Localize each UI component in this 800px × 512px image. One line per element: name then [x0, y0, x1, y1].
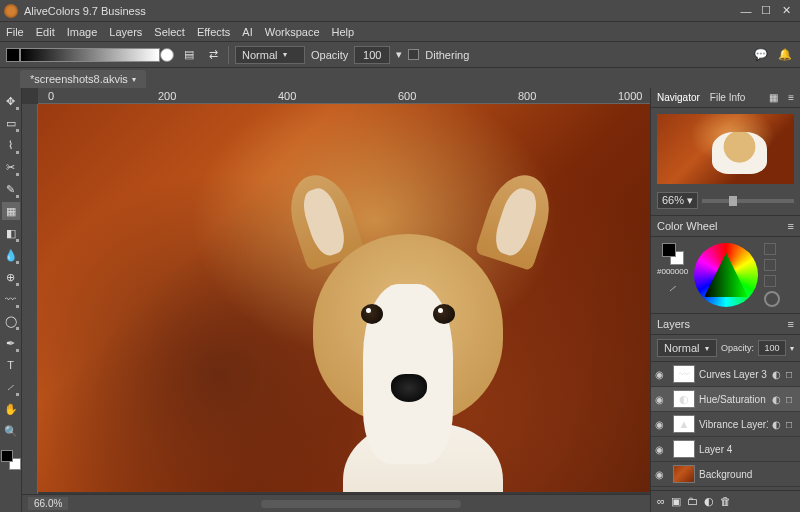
maximize-button[interactable]: ☐: [756, 4, 776, 17]
new-folder-icon[interactable]: 🗀: [687, 495, 698, 508]
move-tool[interactable]: ✥: [2, 92, 20, 110]
layer-visibility-icon[interactable]: [655, 393, 669, 405]
layer-visibility-icon[interactable]: [655, 418, 669, 430]
layer-visibility-icon[interactable]: [655, 443, 669, 455]
navigator-zoom-value[interactable]: 66% ▾: [657, 192, 698, 209]
layer-row[interactable]: ◐Hue/Saturation Layer2◐□: [651, 387, 800, 412]
panel-menu-icon[interactable]: ≡: [788, 318, 794, 330]
panel-menu-icon[interactable]: ≡: [788, 220, 794, 232]
gradient-linear-icon[interactable]: ▤: [180, 46, 198, 64]
chevron-down-icon[interactable]: ▾: [790, 344, 794, 353]
menu-ai[interactable]: AI: [242, 26, 252, 38]
add-mask-icon[interactable]: ◐: [704, 495, 714, 508]
menu-image[interactable]: Image: [67, 26, 98, 38]
menu-file[interactable]: File: [6, 26, 24, 38]
ruler-mark: 600: [398, 90, 416, 102]
menu-edit[interactable]: Edit: [36, 26, 55, 38]
layer-row[interactable]: ▲Vibrance Layer1◐□: [651, 412, 800, 437]
color-wheel[interactable]: [694, 243, 758, 307]
document-tab[interactable]: *screenshots8.akvis ▾: [20, 70, 146, 88]
navigator-zoom-slider[interactable]: [702, 199, 794, 203]
harmony-option-icon[interactable]: [764, 259, 776, 271]
layer-row[interactable]: Background: [651, 462, 800, 487]
blend-mode-dropdown[interactable]: Normal ▾: [235, 46, 305, 64]
eyedropper-tool[interactable]: ⟋: [2, 378, 20, 396]
hand-tool[interactable]: ✋: [2, 400, 20, 418]
color-picker-swatches[interactable]: [1, 450, 21, 470]
swatch-black[interactable]: [6, 48, 20, 62]
gradient-preview[interactable]: [20, 48, 160, 62]
ruler-mark: 200: [158, 90, 176, 102]
canvas[interactable]: [38, 104, 650, 492]
menu-effects[interactable]: Effects: [197, 26, 230, 38]
tab-navigator[interactable]: Navigator: [657, 92, 700, 103]
menu-layers[interactable]: Layers: [109, 26, 142, 38]
layer-thumbnail[interactable]: ◐: [673, 390, 695, 408]
chevron-down-icon: ▾: [132, 75, 136, 84]
layers-footer: ∞ ▣ 🗀 ◐ 🗑: [651, 490, 800, 512]
layer-visibility-icon[interactable]: [655, 468, 669, 480]
feedback-icon[interactable]: 💬: [752, 46, 770, 64]
layer-thumbnail[interactable]: ▲: [673, 415, 695, 433]
colorwheel-swatches[interactable]: [662, 243, 684, 265]
eyedropper-icon[interactable]: ⟋: [667, 282, 678, 294]
layer-name: Hue/Saturation Layer2: [699, 394, 768, 405]
clone-tool[interactable]: ⊕: [2, 268, 20, 286]
opacity-arrow-icon[interactable]: ▾: [396, 48, 402, 61]
navigator-thumbnail[interactable]: [657, 114, 794, 184]
layer-row[interactable]: 〰Curves Layer 3◐□: [651, 362, 800, 387]
minimize-button[interactable]: —: [736, 5, 756, 17]
pen-tool[interactable]: ✒: [2, 334, 20, 352]
zoom-status[interactable]: 66.0%: [28, 497, 68, 510]
adjustment-icon[interactable]: ◐: [772, 419, 782, 430]
blur-tool[interactable]: 💧: [2, 246, 20, 264]
harmony-option-icon[interactable]: [764, 275, 776, 287]
canvas-area: 0 200 400 600 800 1000 66.0%: [22, 88, 650, 512]
swatch-white[interactable]: [160, 48, 174, 62]
shape-tool[interactable]: ◯: [2, 312, 20, 330]
layer-opacity-input[interactable]: 100: [758, 340, 786, 356]
layer-thumbnail[interactable]: 〰: [673, 365, 695, 383]
ruler-mark: 400: [278, 90, 296, 102]
menu-workspace[interactable]: Workspace: [265, 26, 320, 38]
lasso-tool[interactable]: ⌇: [2, 136, 20, 154]
mask-icon[interactable]: □: [786, 394, 796, 405]
mask-icon[interactable]: □: [786, 419, 796, 430]
crop-tool[interactable]: ✂: [2, 158, 20, 176]
panel-view-icon[interactable]: ▦: [769, 92, 778, 103]
adjustment-icon[interactable]: ◐: [772, 369, 782, 380]
smudge-tool[interactable]: 〰: [2, 290, 20, 308]
menu-select[interactable]: Select: [154, 26, 185, 38]
new-layer-icon[interactable]: ▣: [671, 495, 681, 508]
eraser-tool[interactable]: ◧: [2, 224, 20, 242]
dithering-checkbox[interactable]: [408, 49, 419, 60]
notifications-icon[interactable]: 🔔: [776, 46, 794, 64]
opacity-input[interactable]: 100: [354, 46, 390, 64]
link-layers-icon[interactable]: ∞: [657, 495, 665, 508]
panel-menu-icon[interactable]: ≡: [788, 92, 794, 103]
colorwheel-panel-header: Color Wheel ≡: [651, 216, 800, 237]
tab-file-info[interactable]: File Info: [710, 92, 746, 103]
gradient-reverse-icon[interactable]: ⇄: [204, 46, 222, 64]
adjustment-icon[interactable]: ◐: [772, 394, 782, 405]
harmony-option-icon[interactable]: [764, 243, 776, 255]
menu-help[interactable]: Help: [332, 26, 355, 38]
foreground-color-swatch[interactable]: [1, 450, 13, 462]
layer-visibility-icon[interactable]: [655, 368, 669, 380]
mask-icon[interactable]: □: [786, 369, 796, 380]
gradient-tool[interactable]: ▦: [2, 202, 20, 220]
brush-tool[interactable]: ✎: [2, 180, 20, 198]
horizontal-scrollbar[interactable]: [261, 500, 461, 508]
layer-row[interactable]: Layer 4: [651, 437, 800, 462]
layer-thumbnail[interactable]: [673, 440, 695, 458]
colorwheel-hex[interactable]: #000000: [657, 267, 688, 276]
layer-blend-dropdown[interactable]: Normal ▾: [657, 339, 717, 357]
delete-layer-icon[interactable]: 🗑: [720, 495, 731, 508]
layer-thumbnail[interactable]: [673, 465, 695, 483]
text-tool[interactable]: T: [2, 356, 20, 374]
harmony-ring-icon[interactable]: [764, 291, 780, 307]
app-logo-icon: [4, 4, 18, 18]
close-button[interactable]: ✕: [776, 4, 796, 17]
zoom-tool[interactable]: 🔍: [2, 422, 20, 440]
selection-tool[interactable]: ▭: [2, 114, 20, 132]
